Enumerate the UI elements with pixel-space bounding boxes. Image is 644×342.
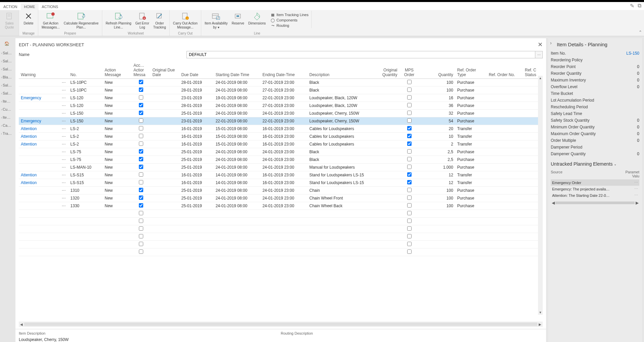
tab-action[interactable]: ACTION — [0, 3, 21, 10]
row-menu-icon[interactable]: ⋯ — [59, 125, 68, 133]
untracked-item[interactable]: Emergency: The projected availa…⋯ — [551, 186, 639, 192]
warning-link[interactable]: Attention — [21, 126, 37, 131]
table-row[interactable]: ⋯LS-MAN-10New25-01-201924-01-2019 08:002… — [19, 164, 543, 171]
col-orig-due[interactable]: Original Due Date — [150, 62, 179, 79]
col-end-dt[interactable]: Ending Date-Time — [260, 62, 307, 79]
scroll-left-icon[interactable]: ◀ — [19, 323, 24, 326]
table-row[interactable]: ⋯LS-75New25-01-201924-01-2019 08:0024-01… — [19, 148, 543, 156]
warning-link[interactable]: Attention — [21, 173, 37, 177]
col-no[interactable]: No. — [68, 62, 103, 79]
col-orig-qty[interactable]: Original Quantity — [374, 62, 399, 79]
table-row[interactable]: Attention⋯LS-2New16-01-201915-01-2019 08… — [19, 133, 543, 140]
row-menu-icon[interactable]: ⋯ — [59, 164, 68, 171]
untracked-heading[interactable]: Untracked Planning Elements⌄ — [551, 161, 639, 167]
col-qty[interactable]: Quantity — [419, 62, 455, 79]
table-row[interactable]: Emergency⋯LS-120New23-01-201919-01-2019 … — [19, 94, 543, 102]
col-warning[interactable]: Warning — [19, 62, 59, 79]
table-row[interactable] — [19, 248, 543, 256]
item-availability-button[interactable]: Item Availability by ▾ — [203, 11, 230, 30]
carry-out-action-button[interactable]: → Carry Out Action Message... — [171, 11, 200, 30]
scroll-right-icon[interactable]: ▶ — [537, 323, 543, 326]
row-menu-icon[interactable]: ⋯ — [634, 193, 638, 197]
left-nav-item[interactable]: ›Sal… — [0, 81, 13, 89]
home-icon[interactable]: 🏠 — [3, 40, 11, 48]
table-row[interactable] — [19, 225, 543, 233]
col-due-date[interactable]: Due Date — [179, 62, 213, 79]
col-description[interactable]: Description — [307, 62, 374, 79]
left-nav-item[interactable]: ›Ite… — [0, 97, 13, 105]
row-menu-icon[interactable]: ⋯ — [59, 171, 68, 179]
row-menu-icon[interactable]: ⋯ — [59, 79, 68, 87]
left-nav-item[interactable]: ›Ca… — [0, 121, 13, 129]
table-row[interactable]: ⋯LS-75New25-01-201924-01-2019 08:0024-01… — [19, 156, 543, 164]
row-menu-icon[interactable]: ⋯ — [59, 179, 68, 187]
row-menu-icon[interactable]: ⋯ — [59, 202, 68, 210]
col-start-dt[interactable]: Starting Date-Time — [214, 62, 261, 79]
warning-link[interactable]: Emergency — [21, 119, 41, 123]
row-menu-icon[interactable]: ⋯ — [59, 87, 68, 94]
warning-link[interactable]: Attention — [21, 142, 37, 147]
table-row[interactable]: ⋯1330New25-01-201924-01-2019 08:0024-01-… — [19, 202, 543, 210]
col-ref-type[interactable]: Ref. Order Type — [455, 62, 487, 79]
side-h-scrollbar[interactable]: ◀ ▶ — [551, 201, 639, 205]
row-menu-icon[interactable]: ⋯ — [634, 187, 638, 191]
table-row[interactable]: ⋯LS-150New25-01-201924-01-2019 08:0024-0… — [19, 110, 543, 117]
col-ref-no[interactable]: Ref. Order No. — [487, 62, 523, 79]
row-menu-icon[interactable]: ⋯ — [59, 148, 68, 156]
get-action-messages-button[interactable]: Get Action Messages... — [40, 11, 62, 30]
left-nav-item[interactable]: ›Bla… — [0, 73, 13, 81]
table-row[interactable] — [19, 241, 543, 248]
left-nav-item[interactable]: ›Sal… — [0, 57, 13, 65]
row-menu-icon[interactable]: ⋯ — [59, 117, 68, 125]
left-nav-item[interactable]: ›Sal… — [0, 89, 13, 97]
table-row[interactable] — [19, 210, 543, 218]
vertical-scrollbar[interactable]: ▲ ▼ — [538, 76, 543, 315]
side-field-value[interactable]: LS-150 — [626, 51, 639, 56]
item-tracking-lines-button[interactable]: ▦Item Tracking Lines — [270, 12, 308, 17]
row-menu-icon[interactable]: ⋯ — [59, 110, 68, 117]
row-menu-icon[interactable]: ⋯ — [59, 156, 68, 164]
left-nav-item[interactable]: ›Sal… — [0, 49, 13, 57]
side-scroll-right-icon[interactable]: ▶ — [635, 201, 639, 205]
untracked-item[interactable]: Emergency Order⋯ — [551, 179, 639, 186]
left-nav-item[interactable]: ›Ite… — [0, 113, 13, 121]
table-row[interactable]: Emergency⋯LS-150New23-01-201922-01-2019 … — [19, 117, 543, 125]
scroll-down-icon[interactable]: ▼ — [538, 310, 543, 315]
sales-quote-button[interactable]: Sales Quote — [1, 11, 17, 30]
refresh-planning-line-button[interactable]: Refresh Planning Line... — [104, 11, 133, 30]
order-tracking-button[interactable]: Order Tracking — [151, 11, 168, 30]
col-action-msg[interactable]: Action Message — [103, 62, 131, 79]
col-acc-action[interactable]: Acc… Actior Messa — [131, 62, 150, 79]
warning-link[interactable]: Attention — [21, 180, 37, 185]
left-nav-item[interactable]: ›Cu… — [0, 105, 13, 113]
planning-grid[interactable]: Warning No. Action Message Acc… Actior M… — [19, 62, 543, 256]
name-lookup-button[interactable]: ⋯ — [535, 51, 543, 58]
table-row[interactable]: ⋯1320New25-01-201924-01-2019 08:0024-01-… — [19, 194, 543, 202]
horizontal-scrollbar[interactable]: ◀ ▶ — [19, 322, 543, 327]
tab-actions[interactable]: ACTIONS — [39, 3, 62, 10]
left-nav-item[interactable]: ›Tra… — [0, 129, 13, 137]
table-row[interactable] — [19, 218, 543, 225]
row-menu-icon[interactable]: ⋯ — [59, 194, 68, 202]
row-menu-icon[interactable]: ⋯ — [59, 133, 68, 140]
table-row[interactable]: ⋯LS-120New28-01-201924-01-2019 08:0027-0… — [19, 102, 543, 110]
dimensions-button[interactable]: Dimensions — [246, 11, 268, 26]
calc-regen-plan-button[interactable]: Calculate Regenerative Plan... — [62, 11, 101, 30]
untracked-item[interactable]: Attention: The Starting Date 22-0…⋯ — [551, 192, 639, 198]
col-mps[interactable]: MPS Order — [399, 62, 419, 79]
panel-close-button[interactable]: ✕ — [538, 41, 543, 48]
row-menu-icon[interactable]: ⋯ — [59, 140, 68, 148]
row-menu-icon[interactable]: ⋯ — [634, 180, 638, 185]
reserve-button[interactable]: Reserve — [230, 11, 246, 26]
components-button[interactable]: ◯Components — [270, 17, 308, 23]
table-row[interactable]: Attention⋯LS-S15New16-01-201914-01-2019 … — [19, 171, 543, 179]
row-menu-icon[interactable]: ⋯ — [59, 187, 68, 194]
scrollbar-track[interactable] — [24, 323, 537, 326]
table-row[interactable]: Attention⋯LS-2New16-01-201915-01-2019 08… — [19, 125, 543, 133]
popout-icon[interactable]: ⧉ — [638, 3, 641, 9]
tab-home[interactable]: HOME — [21, 3, 39, 10]
table-row[interactable]: ⋯LS-10PCNew28-01-201924-01-2019 08:0027-… — [19, 79, 543, 87]
warning-link[interactable]: Attention — [21, 134, 37, 139]
side-scroll-left-icon[interactable]: ◀ — [551, 201, 555, 205]
edit-icon[interactable]: ✎ — [630, 3, 634, 9]
